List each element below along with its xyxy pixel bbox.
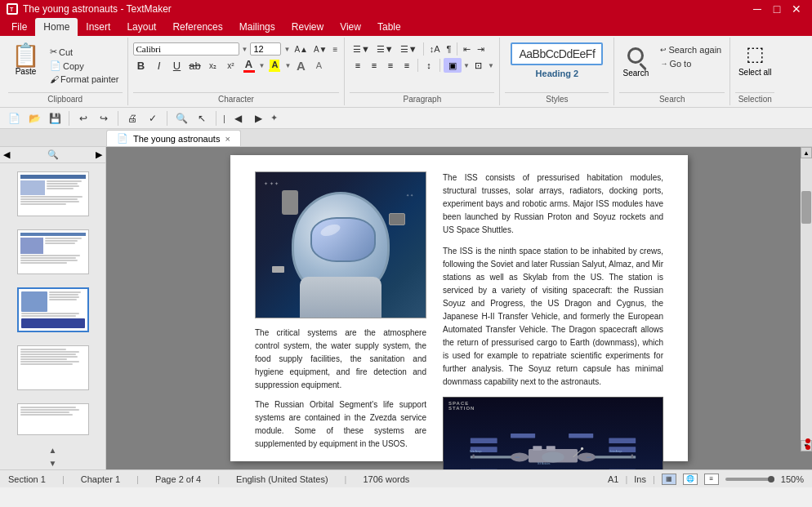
- go-to-button[interactable]: →Go to: [657, 58, 725, 69]
- status-right-area: A1 | Ins | ▦ 🌐 ≡ 150%: [608, 474, 804, 485]
- font-shrink-button[interactable]: A▼: [312, 44, 329, 55]
- paste-button[interactable]: 📋 Paste: [8, 42, 43, 78]
- tab-table[interactable]: Table: [369, 18, 409, 36]
- ribbon: 📋 Paste ✂Cut 📄Copy 🖌Format painter Clipb…: [0, 36, 812, 108]
- tab-review[interactable]: Review: [283, 18, 332, 36]
- font-size-stepper[interactable]: ≡: [332, 44, 340, 55]
- border-button[interactable]: ⊡: [471, 58, 486, 73]
- shading-button[interactable]: ▣: [444, 58, 462, 73]
- font-dropdown-arrow[interactable]: ▼: [242, 46, 248, 53]
- tab-references[interactable]: References: [164, 18, 230, 36]
- toolbar-undo-button[interactable]: ↩: [74, 109, 92, 127]
- tab-layout[interactable]: Layout: [118, 18, 164, 36]
- numbered-list-button[interactable]: ☰▼: [374, 43, 396, 56]
- decrease-indent-button[interactable]: ⇤: [461, 43, 473, 56]
- line-spacing-button[interactable]: ↕: [422, 58, 436, 73]
- border-dropdown[interactable]: ▼: [488, 62, 494, 69]
- page-thumbnail-3[interactable]: [17, 287, 89, 332]
- cut-button[interactable]: ✂Cut: [47, 46, 123, 58]
- svg-text:Solar Arrays: Solar Arrays: [609, 450, 622, 453]
- scroll-up-button[interactable]: ▲: [801, 147, 812, 158]
- maximize-button[interactable]: □: [768, 0, 786, 18]
- bold-button[interactable]: B: [133, 57, 149, 73]
- scroll-thumb[interactable]: [801, 191, 811, 224]
- tab-view[interactable]: View: [332, 18, 369, 36]
- close-button[interactable]: ✕: [787, 0, 805, 18]
- superscript-button[interactable]: x²: [223, 57, 239, 73]
- font-section: ▼ ▼ A▲ A▼ ≡ B I U ab x₂ x² A ▼ A: [128, 38, 346, 105]
- font-size-input[interactable]: [250, 42, 281, 56]
- highlight-button[interactable]: A: [266, 57, 283, 73]
- toolbar-print-button[interactable]: 🖨: [123, 109, 141, 127]
- page-thumbnail-4[interactable]: [17, 345, 89, 390]
- show-marks-button[interactable]: ¶: [444, 43, 453, 55]
- scroll-track[interactable]: [801, 158, 812, 440]
- toolbar-save-button[interactable]: 💾: [46, 109, 64, 127]
- minimize-button[interactable]: ─: [748, 0, 766, 18]
- panel-nav-left[interactable]: ◀: [3, 149, 10, 160]
- toolbar-fwd-button[interactable]: ▶: [250, 109, 268, 127]
- zoom-thumb[interactable]: [768, 476, 774, 483]
- status-words: 1706 words: [363, 474, 409, 484]
- page-thumbnail-2[interactable]: [17, 229, 89, 274]
- tab-mailings[interactable]: Mailings: [231, 18, 283, 36]
- view-web-button[interactable]: 🌐: [683, 474, 698, 485]
- document-text: The ISS consists of pressurised habitati…: [443, 171, 663, 389]
- underline-button[interactable]: U: [169, 57, 185, 73]
- toolbar-open-button[interactable]: 📂: [25, 109, 43, 127]
- font-color-button[interactable]: A: [241, 57, 257, 73]
- sort-button[interactable]: ↕A: [427, 43, 443, 55]
- svg-rect-4: [533, 446, 542, 450]
- highlight-dropdown[interactable]: ▼: [284, 62, 291, 69]
- tab-insert[interactable]: Insert: [78, 18, 118, 36]
- toolbar-new-button[interactable]: 📄: [5, 109, 23, 127]
- italic-button[interactable]: I: [151, 57, 167, 73]
- page-thumbnail-5[interactable]: [17, 403, 89, 435]
- panel-scroll-down[interactable]: ▼: [0, 456, 105, 469]
- panel-nav-right[interactable]: ▶: [96, 149, 102, 160]
- panel-search-icon[interactable]: 🔍: [47, 149, 59, 160]
- toolbar-zoom-btn[interactable]: 🔍: [172, 109, 190, 127]
- view-normal-button[interactable]: ▦: [662, 474, 676, 485]
- text-grow-button[interactable]: A: [292, 57, 309, 73]
- align-right-button[interactable]: ≡: [383, 58, 398, 73]
- shading-dropdown[interactable]: ▼: [463, 62, 470, 69]
- size-dropdown-arrow[interactable]: ▼: [283, 46, 290, 53]
- document-area: ✦ ✦ ✦ ✦ ✦ The critical systems are the a…: [106, 147, 812, 469]
- align-justify-button[interactable]: ≡: [399, 58, 414, 73]
- text-shrink-button[interactable]: A: [310, 57, 327, 73]
- align-left-button[interactable]: ≡: [350, 58, 365, 73]
- styles-preview-box[interactable]: AaBbCcDdEeFf: [511, 42, 603, 65]
- bullet-list-button[interactable]: ☰▼: [350, 43, 373, 56]
- visor-reflection: [319, 222, 342, 238]
- select-all-button[interactable]: Select all: [738, 68, 772, 77]
- tab-home[interactable]: Home: [35, 18, 78, 36]
- panel-scroll-up[interactable]: ▲: [0, 443, 105, 456]
- view-outline-button[interactable]: ≡: [704, 474, 719, 485]
- toolbar-spellcheck-button[interactable]: ✓: [144, 109, 162, 127]
- multilevel-list-button[interactable]: ☰▼: [398, 43, 420, 56]
- toolbar-redo-button[interactable]: ↪: [95, 109, 113, 127]
- window-controls[interactable]: ─ □ ✕: [748, 0, 805, 18]
- subscript-button[interactable]: x₂: [205, 57, 221, 73]
- increase-indent-button[interactable]: ⇥: [475, 43, 487, 56]
- selection-label: Selection: [735, 92, 774, 104]
- toolbar-back-button[interactable]: ◀: [230, 109, 248, 127]
- copy-button[interactable]: 📄Copy: [47, 60, 123, 72]
- doc-tab-close-button[interactable]: ×: [225, 134, 230, 144]
- format-painter-button[interactable]: 🖌Format painter: [47, 73, 123, 85]
- page-thumbnail-1[interactable]: [17, 171, 89, 216]
- doc-tab-astronauts[interactable]: 📄 The young astronauts ×: [106, 130, 241, 146]
- strikethrough-button[interactable]: ab: [187, 57, 203, 73]
- tab-file[interactable]: File: [3, 18, 35, 36]
- document-scroll[interactable]: ✦ ✦ ✦ ✦ ✦ The critical systems are the a…: [106, 147, 812, 469]
- zoom-slider[interactable]: [725, 478, 774, 481]
- vertical-scrollbar[interactable]: ▲ ▼: [801, 147, 812, 451]
- font-name-input[interactable]: [133, 42, 239, 56]
- toolbar-cursor-btn[interactable]: ↖: [193, 109, 211, 127]
- font-color-dropdown[interactable]: ▼: [259, 62, 265, 69]
- align-center-button[interactable]: ≡: [367, 58, 381, 73]
- font-grow-button[interactable]: A▲: [292, 44, 310, 55]
- search-again-button[interactable]: ↩Search again: [657, 44, 725, 56]
- search-large-button[interactable]: Search: [619, 41, 652, 79]
